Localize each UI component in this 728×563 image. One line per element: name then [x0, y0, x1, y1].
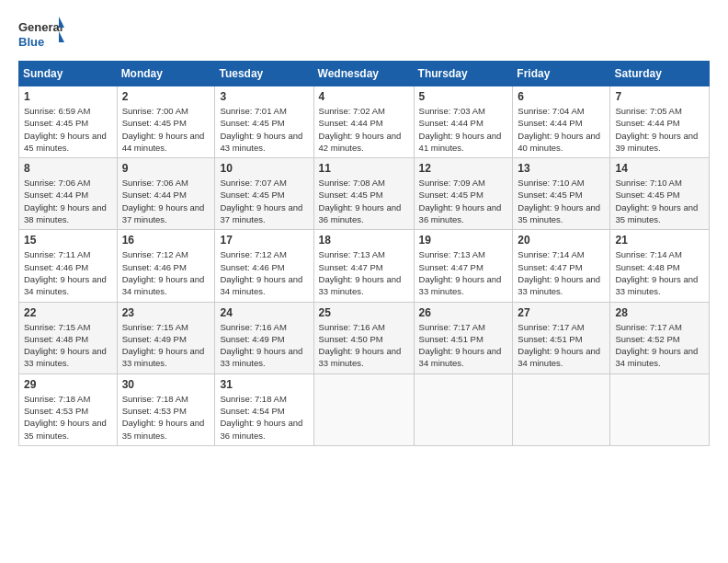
calendar-day-cell: 15Sunrise: 7:11 AMSunset: 4:46 PMDayligh…	[19, 230, 118, 302]
calendar-table: SundayMondayTuesdayWednesdayThursdayFrid…	[18, 61, 710, 446]
day-number: 25	[319, 306, 409, 319]
day-info: Sunrise: 7:09 AMSunset: 4:45 PMDaylight:…	[419, 177, 508, 225]
calendar-day-cell: 13Sunrise: 7:10 AMSunset: 4:45 PMDayligh…	[513, 158, 610, 230]
logo-svg: General Blue	[18, 15, 64, 53]
calendar-week-row: 15Sunrise: 7:11 AMSunset: 4:46 PMDayligh…	[19, 230, 710, 302]
svg-text:Blue: Blue	[18, 35, 44, 49]
day-number: 15	[24, 234, 112, 247]
calendar-day-cell: 25Sunrise: 7:16 AMSunset: 4:50 PMDayligh…	[313, 302, 414, 373]
day-number: 21	[615, 234, 704, 247]
calendar-day-cell: 29Sunrise: 7:18 AMSunset: 4:53 PMDayligh…	[19, 373, 118, 445]
day-number: 12	[419, 162, 508, 175]
day-number: 18	[319, 234, 409, 247]
day-info: Sunrise: 7:00 AMSunset: 4:45 PMDaylight:…	[122, 105, 210, 154]
weekday-header-cell: Friday	[513, 62, 610, 86]
day-info: Sunrise: 7:12 AMSunset: 4:46 PMDaylight:…	[122, 248, 210, 297]
day-info: Sunrise: 7:18 AMSunset: 4:54 PMDaylight:…	[220, 393, 308, 442]
calendar-day-cell: 3Sunrise: 7:01 AMSunset: 4:45 PMDaylight…	[215, 86, 313, 158]
day-info: Sunrise: 7:17 AMSunset: 4:51 PMDaylight:…	[419, 321, 508, 370]
calendar-day-cell	[610, 373, 710, 445]
day-info: Sunrise: 7:06 AMSunset: 4:44 PMDaylight:…	[122, 177, 210, 225]
calendar-day-cell: 23Sunrise: 7:15 AMSunset: 4:49 PMDayligh…	[117, 302, 215, 373]
logo: General Blue	[18, 15, 64, 53]
day-number: 24	[220, 306, 308, 319]
calendar-day-cell: 1Sunrise: 6:59 AMSunset: 4:45 PMDaylight…	[19, 86, 118, 158]
calendar-day-cell: 28Sunrise: 7:17 AMSunset: 4:52 PMDayligh…	[610, 302, 710, 373]
day-number: 14	[615, 162, 704, 175]
day-number: 23	[122, 306, 210, 319]
day-number: 19	[419, 234, 508, 247]
day-number: 7	[615, 90, 704, 103]
calendar-day-cell: 11Sunrise: 7:08 AMSunset: 4:45 PMDayligh…	[313, 158, 414, 230]
day-info: Sunrise: 7:03 AMSunset: 4:44 PMDaylight:…	[419, 105, 508, 154]
calendar-week-row: 1Sunrise: 6:59 AMSunset: 4:45 PMDaylight…	[19, 86, 710, 158]
weekday-header-cell: Monday	[117, 62, 215, 86]
day-info: Sunrise: 7:14 AMSunset: 4:47 PMDaylight:…	[518, 248, 605, 297]
calendar-day-cell: 2Sunrise: 7:00 AMSunset: 4:45 PMDaylight…	[117, 86, 215, 158]
calendar-day-cell: 4Sunrise: 7:02 AMSunset: 4:44 PMDaylight…	[313, 86, 414, 158]
day-info: Sunrise: 7:11 AMSunset: 4:46 PMDaylight:…	[24, 248, 112, 297]
calendar-day-cell: 21Sunrise: 7:14 AMSunset: 4:48 PMDayligh…	[610, 230, 710, 302]
day-info: Sunrise: 7:01 AMSunset: 4:45 PMDaylight:…	[220, 105, 308, 154]
day-info: Sunrise: 7:06 AMSunset: 4:44 PMDaylight:…	[24, 177, 112, 225]
day-info: Sunrise: 7:16 AMSunset: 4:49 PMDaylight:…	[220, 321, 308, 370]
day-info: Sunrise: 7:05 AMSunset: 4:44 PMDaylight:…	[615, 105, 704, 154]
day-number: 20	[518, 234, 605, 247]
calendar-day-cell: 26Sunrise: 7:17 AMSunset: 4:51 PMDayligh…	[414, 302, 513, 373]
day-number: 13	[518, 162, 605, 175]
weekday-header-cell: Tuesday	[215, 62, 313, 86]
day-number: 8	[24, 162, 112, 175]
day-info: Sunrise: 7:08 AMSunset: 4:45 PMDaylight:…	[319, 177, 409, 225]
header: General Blue	[18, 15, 710, 53]
calendar-week-row: 22Sunrise: 7:15 AMSunset: 4:48 PMDayligh…	[19, 302, 710, 373]
day-number: 17	[220, 234, 308, 247]
day-number: 9	[122, 162, 210, 175]
day-info: Sunrise: 6:59 AMSunset: 4:45 PMDaylight:…	[24, 105, 112, 154]
calendar-day-cell: 7Sunrise: 7:05 AMSunset: 4:44 PMDaylight…	[610, 86, 710, 158]
calendar-day-cell	[513, 373, 610, 445]
day-info: Sunrise: 7:12 AMSunset: 4:46 PMDaylight:…	[220, 248, 308, 297]
day-number: 22	[24, 306, 112, 319]
calendar-day-cell: 22Sunrise: 7:15 AMSunset: 4:48 PMDayligh…	[19, 302, 118, 373]
calendar-day-cell: 14Sunrise: 7:10 AMSunset: 4:45 PMDayligh…	[610, 158, 710, 230]
calendar-day-cell: 30Sunrise: 7:18 AMSunset: 4:53 PMDayligh…	[117, 373, 215, 445]
day-number: 16	[122, 234, 210, 247]
day-info: Sunrise: 7:16 AMSunset: 4:50 PMDaylight:…	[319, 321, 409, 370]
calendar-week-row: 8Sunrise: 7:06 AMSunset: 4:44 PMDaylight…	[19, 158, 710, 230]
weekday-header-row: SundayMondayTuesdayWednesdayThursdayFrid…	[19, 62, 710, 86]
day-info: Sunrise: 7:15 AMSunset: 4:48 PMDaylight:…	[24, 321, 112, 370]
calendar-day-cell: 6Sunrise: 7:04 AMSunset: 4:44 PMDaylight…	[513, 86, 610, 158]
day-info: Sunrise: 7:13 AMSunset: 4:47 PMDaylight:…	[319, 248, 409, 297]
day-number: 3	[220, 90, 308, 103]
day-number: 31	[220, 378, 308, 391]
weekday-header-cell: Wednesday	[313, 62, 414, 86]
weekday-header-cell: Thursday	[414, 62, 513, 86]
weekday-header-cell: Saturday	[610, 62, 710, 86]
calendar-day-cell: 10Sunrise: 7:07 AMSunset: 4:45 PMDayligh…	[215, 158, 313, 230]
day-info: Sunrise: 7:17 AMSunset: 4:52 PMDaylight:…	[615, 321, 704, 370]
day-info: Sunrise: 7:17 AMSunset: 4:51 PMDaylight:…	[518, 321, 605, 370]
calendar-day-cell: 31Sunrise: 7:18 AMSunset: 4:54 PMDayligh…	[215, 373, 313, 445]
calendar-day-cell: 27Sunrise: 7:17 AMSunset: 4:51 PMDayligh…	[513, 302, 610, 373]
calendar-week-row: 29Sunrise: 7:18 AMSunset: 4:53 PMDayligh…	[19, 373, 710, 445]
calendar-day-cell: 5Sunrise: 7:03 AMSunset: 4:44 PMDaylight…	[414, 86, 513, 158]
day-info: Sunrise: 7:04 AMSunset: 4:44 PMDaylight:…	[518, 105, 605, 154]
calendar-page: General Blue SundayMondayTuesdayWednesda…	[0, 0, 728, 455]
day-number: 1	[24, 90, 112, 103]
calendar-day-cell: 16Sunrise: 7:12 AMSunset: 4:46 PMDayligh…	[117, 230, 215, 302]
weekday-header-cell: Sunday	[19, 62, 118, 86]
day-number: 2	[122, 90, 210, 103]
day-number: 27	[518, 306, 605, 319]
day-info: Sunrise: 7:02 AMSunset: 4:44 PMDaylight:…	[319, 105, 409, 154]
day-number: 30	[122, 378, 210, 391]
calendar-day-cell: 8Sunrise: 7:06 AMSunset: 4:44 PMDaylight…	[19, 158, 118, 230]
calendar-day-cell: 12Sunrise: 7:09 AMSunset: 4:45 PMDayligh…	[414, 158, 513, 230]
day-info: Sunrise: 7:10 AMSunset: 4:45 PMDaylight:…	[615, 177, 704, 225]
day-number: 26	[419, 306, 508, 319]
svg-marker-2	[59, 17, 64, 28]
calendar-body: 1Sunrise: 6:59 AMSunset: 4:45 PMDaylight…	[19, 86, 710, 446]
day-number: 29	[24, 378, 112, 391]
day-info: Sunrise: 7:18 AMSunset: 4:53 PMDaylight:…	[122, 393, 210, 442]
day-number: 6	[518, 90, 605, 103]
calendar-day-cell: 9Sunrise: 7:06 AMSunset: 4:44 PMDaylight…	[117, 158, 215, 230]
